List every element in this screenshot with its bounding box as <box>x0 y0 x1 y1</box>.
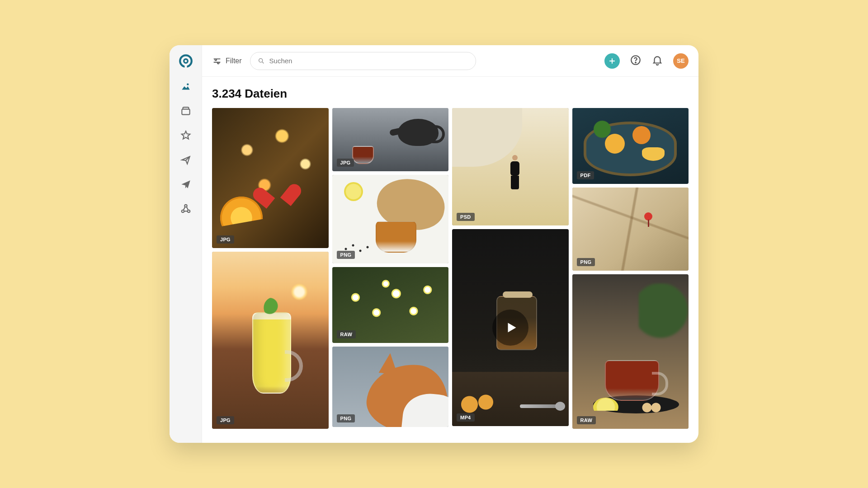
file-type-badge: JPG <box>217 235 234 244</box>
media-tile[interactable]: JPG <box>212 252 329 429</box>
app-window: Filter SE <box>170 45 698 443</box>
svg-rect-2 <box>184 65 187 68</box>
filter-label: Filter <box>226 57 242 65</box>
search-input[interactable] <box>269 57 468 65</box>
svg-point-1 <box>184 59 188 63</box>
media-tile[interactable]: MP4 <box>452 229 569 426</box>
main-area: Filter SE <box>202 45 698 443</box>
svg-point-3 <box>187 83 189 85</box>
add-button[interactable] <box>604 53 620 69</box>
file-type-badge: PSD <box>457 213 475 221</box>
filter-icon <box>212 56 222 66</box>
file-type-badge: RAW <box>577 416 596 424</box>
media-tile[interactable]: JPG <box>332 108 449 171</box>
nav-collections-icon[interactable] <box>179 105 192 117</box>
topbar: Filter SE <box>202 45 698 77</box>
filter-button[interactable]: Filter <box>212 56 242 66</box>
content: 3.234 Dateien JPG JPG <box>202 77 698 443</box>
gallery: JPG JPG JPG <box>212 108 689 443</box>
media-tile[interactable]: RAW <box>332 267 449 343</box>
file-type-badge: PNG <box>577 258 595 266</box>
file-type-badge: JPG <box>337 159 354 167</box>
nav-media-icon[interactable] <box>179 80 192 93</box>
file-type-badge: PNG <box>337 414 355 422</box>
media-tile[interactable]: PNG <box>332 175 449 263</box>
media-tile[interactable]: PSD <box>452 108 569 225</box>
app-logo[interactable] <box>178 53 193 69</box>
file-type-badge: JPG <box>217 416 234 424</box>
svg-point-8 <box>259 58 262 62</box>
media-tile[interactable]: PNG <box>332 347 449 427</box>
nav-favorites-icon[interactable] <box>179 129 192 142</box>
search-field[interactable] <box>250 52 476 70</box>
file-type-badge: MP4 <box>457 413 475 422</box>
nav-network-icon[interactable] <box>179 202 192 215</box>
nav-send-icon[interactable] <box>179 178 192 191</box>
svg-rect-4 <box>182 109 189 115</box>
media-tile[interactable]: JPG <box>212 108 329 248</box>
svg-point-5 <box>184 205 187 207</box>
play-icon <box>492 310 528 346</box>
nav-share-icon[interactable] <box>179 154 192 166</box>
media-tile[interactable]: RAW <box>572 274 689 429</box>
search-icon <box>258 57 265 65</box>
file-type-badge: RAW <box>337 330 356 338</box>
avatar-initials: SE <box>677 57 684 64</box>
top-actions: SE <box>604 53 689 69</box>
page-title: 3.234 Dateien <box>212 87 689 101</box>
svg-point-10 <box>635 62 636 63</box>
help-icon <box>630 54 642 66</box>
notifications-button[interactable] <box>651 54 663 68</box>
plus-icon <box>608 56 617 66</box>
file-type-badge: PNG <box>337 251 355 259</box>
bell-icon <box>651 54 663 66</box>
user-avatar[interactable]: SE <box>673 53 689 69</box>
media-tile[interactable]: PNG <box>572 188 689 271</box>
media-tile[interactable]: PDF <box>572 108 689 184</box>
file-type-badge: PDF <box>577 171 594 179</box>
help-button[interactable] <box>630 54 642 68</box>
sidebar <box>170 45 202 443</box>
